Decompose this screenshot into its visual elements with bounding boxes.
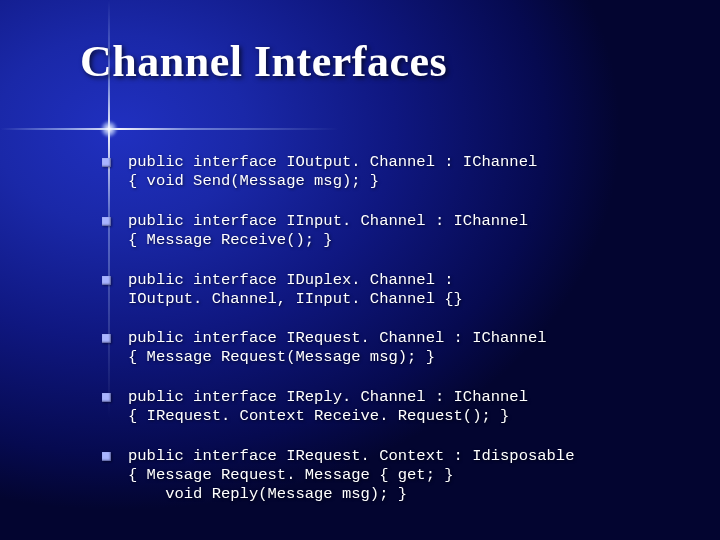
code-line: public interface IReply. Channel : IChan… xyxy=(128,388,660,407)
code-line: { Message Request. Message { get; } xyxy=(128,466,660,485)
list-item: public interface IDuplex. Channel : IOut… xyxy=(102,271,660,309)
code-line: public interface IInput. Channel : IChan… xyxy=(128,212,660,231)
code-line: public interface IRequest. Context : Idi… xyxy=(128,447,660,466)
code-line: public interface IRequest. Channel : ICh… xyxy=(128,329,660,348)
list-item: public interface IRequest. Channel : ICh… xyxy=(102,329,660,367)
list-item: public interface IReply. Channel : IChan… xyxy=(102,388,660,426)
code-line: { Message Receive(); } xyxy=(128,231,660,250)
list-item: public interface IRequest. Context : Idi… xyxy=(102,447,660,504)
bullet-list: public interface IOutput. Channel : ICha… xyxy=(80,153,660,504)
code-line: public interface IOutput. Channel : ICha… xyxy=(128,153,660,172)
slide-title: Channel Interfaces xyxy=(80,36,660,87)
code-line: IOutput. Channel, IInput. Channel {} xyxy=(128,290,660,309)
list-item: public interface IOutput. Channel : ICha… xyxy=(102,153,660,191)
code-line: void Reply(Message msg); } xyxy=(128,485,660,504)
code-line: public interface IDuplex. Channel : xyxy=(128,271,660,290)
list-item: public interface IInput. Channel : IChan… xyxy=(102,212,660,250)
code-line: { IRequest. Context Receive. Request(); … xyxy=(128,407,660,426)
code-line: { void Send(Message msg); } xyxy=(128,172,660,191)
code-line: { Message Request(Message msg); } xyxy=(128,348,660,367)
slide-content: Channel Interfaces public interface IOut… xyxy=(80,36,660,525)
